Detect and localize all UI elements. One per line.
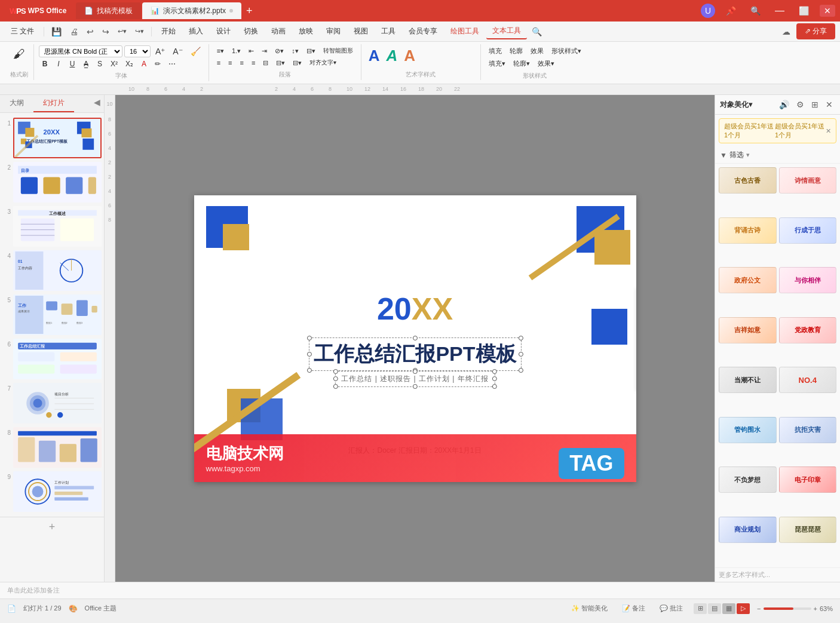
handle-bl[interactable] — [306, 368, 311, 373]
sub-handle-bl[interactable] — [333, 384, 338, 389]
filter-dropdown-icon[interactable]: ▾ — [746, 151, 750, 159]
slide-thumb-8[interactable] — [13, 427, 102, 468]
font-decrease-button[interactable]: A⁻ — [170, 45, 185, 57]
sub-handle-bc[interactable] — [412, 384, 417, 389]
view-present-button[interactable]: ▷ — [737, 603, 750, 614]
handle-tl[interactable] — [306, 336, 311, 340]
fill-button[interactable]: 填充 — [486, 45, 505, 57]
style-card-12[interactable]: 不负梦想 — [719, 467, 777, 493]
outline-tab[interactable]: 大纲 — [0, 95, 33, 112]
bold-button[interactable]: B — [39, 59, 51, 69]
underline-button[interactable]: U — [66, 59, 78, 69]
sub-handle-tr[interactable] — [492, 369, 497, 374]
slide-thumb-3[interactable]: 工作概述 — [13, 206, 102, 247]
format-painter-button[interactable]: 🖌 — [10, 45, 29, 63]
notes-button[interactable]: 📝 备注 — [618, 603, 649, 614]
style-card-13[interactable]: 电子印章 — [779, 467, 837, 493]
handle-mr[interactable] — [519, 352, 523, 357]
search-icon[interactable]: 🔍 — [747, 5, 764, 17]
style-card-3[interactable]: 行成于思 — [779, 217, 837, 244]
align-justify-button[interactable]: ≡ — [249, 58, 258, 67]
tab-add-button[interactable]: + — [243, 5, 256, 17]
effect-button[interactable]: 效果 — [528, 45, 547, 57]
convert-smartart-button[interactable]: 转智能图形 — [320, 45, 356, 56]
text-box-button[interactable]: ⊟▾ — [273, 58, 288, 68]
undo2-icon[interactable]: ↩▾ — [114, 26, 130, 37]
arttext-sample-1[interactable]: A — [366, 45, 382, 66]
save-icon[interactable]: 💾 — [48, 25, 65, 38]
slide-main-title-text[interactable]: 工作总结汇报PPT模板 — [314, 340, 516, 368]
slide-thumb-5[interactable]: 工作 成果展示 数据1 数据2 数据3 — [13, 294, 102, 335]
style-card-7[interactable]: 党政教育 — [779, 317, 837, 343]
zoom-out-button[interactable]: − — [757, 605, 761, 612]
style-card-9[interactable]: NO.4 — [779, 367, 837, 393]
right-panel-expand-icon[interactable]: ⊞ — [809, 99, 821, 111]
right-panel-sound-icon[interactable]: 🔊 — [777, 99, 792, 111]
more-font-button[interactable]: ⋯ — [165, 59, 179, 69]
tab-presentation[interactable]: 📊 演示文稿素材2.pptx — [142, 2, 241, 19]
style-card-11[interactable]: 抗拒灾害 — [779, 417, 837, 443]
slide-item-4[interactable]: 4 01 工作内容 — [2, 250, 102, 291]
align-text-button[interactable]: ⊟▾ — [290, 58, 305, 68]
restore-button[interactable]: ⬜ — [795, 5, 813, 17]
sub-handle-tl[interactable] — [333, 369, 338, 374]
menu-member[interactable]: 会员专享 — [403, 24, 443, 39]
smart-beautify-button[interactable]: ✨ 智能美化 — [568, 603, 611, 614]
style-card-14[interactable]: 商业规划 — [719, 517, 777, 543]
align-center-button[interactable]: ≡ — [225, 58, 235, 67]
align-left-button[interactable]: ≡ — [214, 58, 223, 67]
italic-button[interactable]: I — [53, 59, 65, 69]
style-card-4[interactable]: 政府公文 — [719, 267, 777, 293]
menu-insert[interactable]: 插入 — [183, 24, 209, 39]
menu-draw-tools[interactable]: 绘图工具 — [444, 24, 485, 39]
style-card-0[interactable]: 古色古香 — [719, 167, 777, 194]
line-spacing-button[interactable]: ↕▾ — [289, 46, 302, 56]
view-sort-button[interactable]: ▦ — [722, 603, 735, 614]
sub-handle-ml[interactable] — [333, 376, 338, 381]
slide-thumb-2[interactable]: 目录 — [13, 162, 102, 202]
slide-thumb-1[interactable]: 20XX 工作总结汇报PPT模板 — [13, 118, 102, 158]
sub-handle-br[interactable] — [492, 384, 497, 389]
superscript-button[interactable]: X² — [108, 59, 121, 69]
redo2-icon[interactable]: ↪▾ — [131, 26, 148, 37]
comments-button[interactable]: 💬 批注 — [656, 603, 686, 614]
slide-item-1[interactable]: 1 20XX 工作总结汇报PPT模板 — [2, 118, 102, 158]
shape-format-button[interactable]: 形状样式▾ — [548, 45, 584, 57]
font-increase-button[interactable]: A⁺ — [152, 45, 168, 57]
redo-icon[interactable]: ↪ — [99, 25, 113, 38]
menu-text-tools[interactable]: 文本工具 — [486, 23, 527, 39]
columns-button[interactable]: ⊟▾ — [303, 46, 318, 56]
slide-thumb-6[interactable]: 工作总结汇报 — [13, 339, 102, 379]
font-name-select[interactable]: 思源黑体 CN Bold (正 — [39, 45, 122, 57]
style-card-1[interactable]: 诗情画意 — [779, 167, 837, 194]
menu-design[interactable]: 设计 — [210, 24, 237, 39]
add-slide-button[interactable]: + — [0, 517, 104, 537]
menu-animation[interactable]: 动画 — [265, 24, 292, 39]
handle-tr[interactable] — [519, 336, 523, 340]
strikethrough2-button[interactable]: S — [94, 59, 106, 69]
style-card-8[interactable]: 当潮不让 — [719, 367, 777, 393]
slide-item-6[interactable]: 6 工作总结汇报 — [2, 339, 102, 379]
slides-tab[interactable]: 幻灯片 — [33, 95, 74, 112]
undo-icon[interactable]: ↩ — [83, 25, 97, 38]
canvas-area[interactable]: 10 8 6 4 2 2 4 6 8 — [105, 95, 715, 582]
right-panel-settings-icon[interactable]: ⚙ — [794, 99, 807, 111]
style-card-2[interactable]: 背诵古诗 — [719, 217, 777, 244]
slide-item-2[interactable]: 2 目录 — [2, 162, 102, 202]
search-menu-icon[interactable]: 🔍 — [528, 25, 545, 38]
share-button[interactable]: ⇗ 分享 — [796, 23, 835, 39]
subtitle-container[interactable]: 工作总结 | 述职报告 | 工作计划 | 年终汇报 — [335, 371, 495, 387]
style-card-6[interactable]: 吉祥如意 — [719, 317, 777, 343]
menu-tools[interactable]: 工具 — [375, 24, 401, 39]
minimize-button[interactable]: — — [771, 4, 788, 17]
print-icon[interactable]: 🖨 — [66, 25, 82, 38]
arttext-sample-3[interactable]: A — [401, 45, 418, 66]
slide-title-20xx[interactable]: 20XX — [377, 291, 453, 327]
align-right-button[interactable]: ≡ — [237, 58, 247, 67]
strikethrough-button[interactable]: A̲ — [80, 59, 92, 69]
clear-format-button[interactable]: 🧹 — [188, 45, 204, 57]
slide-canvas[interactable]: 20XX 工作总结汇报PPT模板 — [194, 195, 636, 482]
arttext-sample-2[interactable]: A — [384, 45, 400, 66]
shape-outline-button[interactable]: 轮廓▾ — [510, 58, 533, 69]
main-title-container[interactable]: 工作总结汇报PPT模板 — [308, 337, 521, 371]
